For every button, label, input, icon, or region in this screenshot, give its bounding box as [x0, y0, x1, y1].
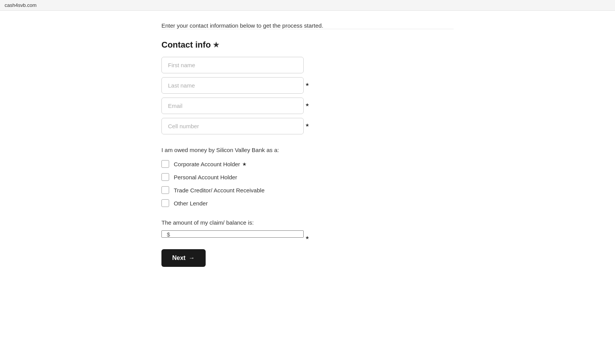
- checkbox-other[interactable]: Other Lender: [161, 199, 454, 207]
- checkbox-personal-input[interactable]: [161, 173, 169, 181]
- email-input[interactable]: [161, 98, 304, 114]
- claim-amount-input[interactable]: [161, 230, 304, 238]
- account-type-section: I am owed money by Silicon Valley Bank a…: [161, 147, 454, 207]
- email-required-star: ★: [305, 102, 309, 108]
- next-button[interactable]: Next →: [161, 249, 206, 267]
- claim-label: The amount of my claim/ balance is:: [161, 219, 454, 226]
- corporate-required-star: ★: [242, 161, 247, 167]
- checkbox-other-input[interactable]: [161, 199, 169, 207]
- intro-text: Enter your contact information below to …: [161, 22, 454, 29]
- first-name-input[interactable]: [161, 57, 304, 73]
- checkbox-trade-input[interactable]: [161, 186, 169, 194]
- amount-wrapper: $: [161, 230, 304, 238]
- cell-input[interactable]: [161, 118, 304, 134]
- browser-url: cash4svb.com: [5, 2, 37, 8]
- cell-required-star: ★: [305, 122, 309, 128]
- claim-required-star: ★: [305, 235, 309, 240]
- first-name-field: [161, 57, 454, 73]
- checkbox-personal[interactable]: Personal Account Holder: [161, 173, 454, 181]
- cell-field: ★: [161, 118, 454, 134]
- checkbox-corporate-label: Corporate Account Holder ★: [174, 161, 247, 167]
- checkbox-trade-label: Trade Creditor/ Account Receivable: [174, 187, 264, 194]
- claim-section: The amount of my claim/ balance is: $ ★: [161, 219, 454, 238]
- checkbox-corporate[interactable]: Corporate Account Holder ★: [161, 160, 454, 168]
- dollar-sign: $: [167, 231, 170, 237]
- section-title-contact: Contact info ★: [161, 40, 454, 50]
- checkbox-trade[interactable]: Trade Creditor/ Account Receivable: [161, 186, 454, 194]
- checkbox-personal-label: Personal Account Holder: [174, 174, 237, 180]
- last-name-input[interactable]: [161, 77, 304, 94]
- contact-title-text: Contact info: [161, 40, 211, 50]
- account-type-label: I am owed money by Silicon Valley Bank a…: [161, 147, 454, 153]
- last-name-required-star: ★: [305, 82, 309, 87]
- content-area: Enter your contact information below to …: [154, 11, 461, 290]
- contact-section: Contact info ★ ★ ★ ★: [161, 40, 454, 134]
- claim-amount-row: $ ★: [161, 230, 454, 238]
- next-arrow-icon: →: [189, 255, 195, 261]
- page-wrapper: cash4svb.com Enter your contact informat…: [0, 0, 615, 364]
- checkbox-group: Corporate Account Holder ★ Personal Acco…: [161, 160, 454, 207]
- checkbox-corporate-input[interactable]: [161, 160, 169, 168]
- email-field: ★: [161, 98, 454, 114]
- checkbox-other-label: Other Lender: [174, 200, 208, 207]
- contact-required-star: ★: [213, 41, 219, 49]
- browser-bar: cash4svb.com: [0, 0, 615, 11]
- next-button-label: Next: [172, 255, 186, 261]
- last-name-field: ★: [161, 77, 454, 94]
